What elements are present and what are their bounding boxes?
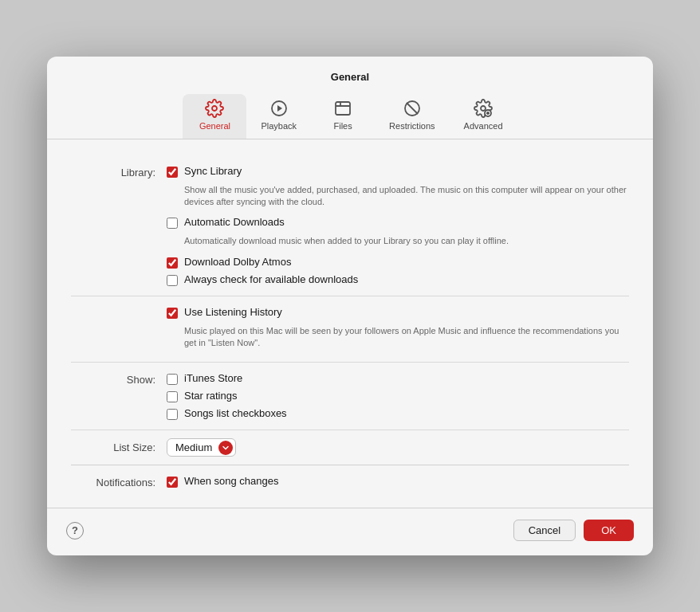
list-size-label: List Size:: [71, 441, 167, 453]
list-size-select-container: Small Medium Large: [167, 438, 236, 457]
songs-list-checkboxes-label[interactable]: Songs list checkboxes: [184, 407, 287, 419]
ok-button[interactable]: OK: [584, 520, 634, 541]
listening-history-label: [71, 306, 167, 353]
star-ratings-checkbox[interactable]: [167, 391, 178, 402]
files-icon: [333, 99, 352, 118]
use-listening-history-row: Use Listening History: [167, 306, 629, 319]
dialog-footer: ? Cancel OK: [47, 508, 653, 555]
sync-library-checkbox[interactable]: [167, 167, 178, 178]
when-song-changes-checkbox[interactable]: [167, 477, 178, 488]
notifications-options: When song changes: [167, 475, 629, 488]
tab-advanced[interactable]: Advanced: [450, 94, 517, 139]
dialog-title: General: [47, 57, 653, 91]
footer-buttons: Cancel OK: [513, 520, 634, 541]
list-size-select[interactable]: Small Medium Large: [167, 438, 236, 457]
restrictions-icon: [403, 99, 422, 118]
library-options: Sync Library Show all the music you've a…: [167, 165, 629, 286]
tab-playback[interactable]: Playback: [246, 94, 311, 139]
show-options: iTunes Store Star ratings Songs list che…: [167, 372, 629, 420]
automatic-downloads-row: Automatic Downloads: [167, 216, 629, 229]
star-ratings-label[interactable]: Star ratings: [184, 390, 237, 402]
when-song-changes-label[interactable]: When song changes: [184, 475, 279, 487]
listening-history-section: Use Listening History Music played on th…: [71, 296, 629, 363]
tab-general-label: General: [199, 121, 230, 131]
tab-files-label: Files: [333, 121, 352, 131]
library-label: Library:: [71, 165, 167, 286]
svg-marker-2: [277, 105, 282, 112]
itunes-store-checkbox[interactable]: [167, 374, 178, 385]
listening-history-description: Music played on this Mac will be seen by…: [184, 325, 629, 350]
notifications-section: Notifications: When song changes: [71, 465, 629, 492]
tab-files[interactable]: Files: [311, 94, 375, 139]
dolby-atmos-label[interactable]: Download Dolby Atmos: [184, 256, 291, 268]
tab-bar: General Playback Files: [47, 91, 653, 139]
library-section: Library: Sync Library Show all the music…: [71, 155, 629, 296]
use-listening-history-label[interactable]: Use Listening History: [184, 306, 282, 318]
always-check-row: Always check for available downloads: [167, 273, 629, 286]
dolby-atmos-row: Download Dolby Atmos: [167, 256, 629, 269]
help-button[interactable]: ?: [66, 522, 84, 539]
show-label: Show:: [71, 372, 167, 420]
automatic-downloads-label[interactable]: Automatic Downloads: [184, 216, 285, 228]
tab-restrictions-label: Restrictions: [389, 121, 435, 131]
tab-general[interactable]: General: [183, 94, 246, 139]
tab-restrictions[interactable]: Restrictions: [375, 94, 449, 139]
listening-history-options: Use Listening History Music played on th…: [167, 306, 629, 353]
notifications-label: Notifications:: [71, 475, 167, 488]
gear-icon: [205, 99, 224, 118]
play-icon: [269, 99, 289, 118]
always-check-checkbox[interactable]: [167, 275, 178, 286]
songs-list-checkboxes-checkbox[interactable]: [167, 409, 178, 420]
dialog-content: Library: Sync Library Show all the music…: [47, 139, 653, 505]
sync-library-label[interactable]: Sync Library: [184, 165, 242, 177]
general-dialog: General General Playback: [47, 57, 653, 556]
when-song-changes-row: When song changes: [167, 475, 629, 488]
songs-list-checkboxes-row: Songs list checkboxes: [167, 407, 629, 420]
svg-point-0: [212, 106, 217, 111]
automatic-downloads-description: Automatically download music when added …: [184, 235, 629, 247]
itunes-store-label[interactable]: iTunes Store: [184, 372, 242, 384]
tab-playback-label: Playback: [261, 121, 297, 131]
star-ratings-row: Star ratings: [167, 390, 629, 402]
svg-line-5: [407, 103, 418, 114]
dolby-atmos-checkbox[interactable]: [167, 257, 178, 269]
tab-advanced-label: Advanced: [464, 121, 503, 131]
automatic-downloads-checkbox[interactable]: [167, 218, 178, 229]
use-listening-history-checkbox[interactable]: [167, 308, 178, 319]
sync-library-description: Show all the music you've added, purchas…: [184, 184, 629, 209]
advanced-icon: [474, 99, 493, 118]
always-check-label[interactable]: Always check for available downloads: [184, 273, 358, 285]
show-section: Show: iTunes Store Star ratings Songs li…: [71, 363, 629, 430]
svg-rect-3: [336, 102, 350, 115]
itunes-store-row: iTunes Store: [167, 372, 629, 385]
list-size-row: List Size: Small Medium Large: [71, 430, 629, 465]
cancel-button[interactable]: Cancel: [513, 520, 576, 541]
sync-library-row: Sync Library: [167, 165, 629, 178]
svg-point-6: [481, 106, 486, 111]
